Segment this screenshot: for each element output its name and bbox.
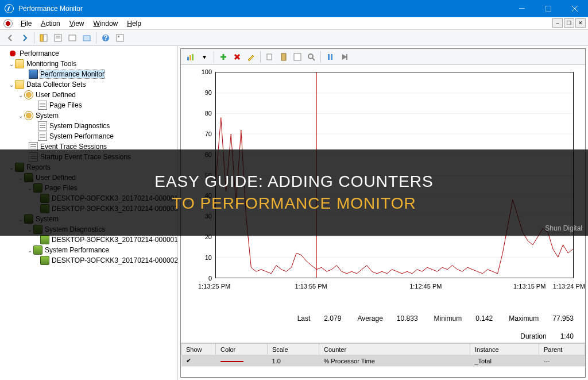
folder-icon (33, 183, 42, 193)
tree-perfmon[interactable]: Performance Monitor (40, 70, 105, 78)
tree-sys-perf[interactable]: System Performance (49, 132, 114, 140)
tree-dcs[interactable]: Data Collector Sets (26, 80, 86, 89)
tree-report-item[interactable]: DESKTOP-3OFCKK3_20170214-000002 (52, 256, 178, 264)
export-button[interactable] (65, 31, 79, 45)
y-tick: 60 (198, 151, 212, 158)
th-counter[interactable]: Counter (319, 344, 470, 355)
tree-r-user-defined[interactable]: User Defined (36, 174, 76, 182)
cell-color (216, 355, 268, 367)
mdi-restore[interactable]: ❐ (564, 18, 574, 28)
tree-root[interactable]: Performance (20, 49, 59, 57)
tree-startup-ets[interactable]: Startup Event Trace Sessions (40, 153, 131, 161)
tree-user-defined[interactable]: User Defined (36, 91, 76, 99)
minimize-button[interactable] (509, 0, 535, 17)
counter-row[interactable]: ✔ 1.0 % Processor Time _Total --- (181, 355, 585, 367)
menu-view[interactable]: View (65, 18, 89, 29)
th-instance[interactable]: Instance (470, 344, 539, 355)
svg-text:?: ? (103, 34, 107, 42)
mdi-minimize[interactable]: – (552, 18, 563, 28)
cell-instance: _Total (470, 355, 539, 367)
th-scale[interactable]: Scale (268, 344, 319, 355)
back-button[interactable] (3, 31, 17, 45)
collector-icon (38, 132, 47, 141)
properties-button[interactable] (51, 31, 65, 45)
y-tick: 40 (198, 192, 212, 199)
close-button[interactable] (562, 0, 588, 17)
tree-ets[interactable]: Event Trace Sessions (40, 143, 107, 151)
tree-r-page-files[interactable]: Page Files (45, 184, 78, 192)
chart-area[interactable]: 0102030405060708090100 1:13:25 PM1:13:55… (181, 65, 585, 307)
y-tick: 50 (198, 172, 212, 179)
paste-button[interactable] (277, 51, 290, 63)
arrow-down-icon[interactable]: ▾ (198, 51, 211, 63)
th-show[interactable]: Show (181, 344, 216, 355)
menu-file[interactable]: File (16, 18, 36, 29)
delete-counter-button[interactable] (231, 51, 243, 63)
copy-button[interactable] (264, 51, 276, 63)
nav-tree[interactable]: Performance ⌄Monitoring Tools Performanc… (0, 46, 178, 380)
highlight-button[interactable] (245, 51, 257, 63)
mmc-icon (3, 19, 13, 28)
view-type-button[interactable] (184, 51, 197, 63)
performance-icon (8, 49, 17, 58)
tree-system[interactable]: System (36, 112, 59, 120)
properties-button[interactable] (291, 51, 304, 63)
max-label: Maximum (509, 314, 539, 323)
sessions-icon (29, 152, 38, 162)
th-color[interactable]: Color (216, 344, 268, 355)
svg-rect-17 (192, 54, 194, 60)
dur-value: 1:40 (560, 332, 574, 340)
tree-r-sys-perf[interactable]: System Performance (45, 246, 109, 254)
chart-box (215, 72, 574, 278)
tree-sys-diag[interactable]: System Diagnostics (49, 122, 110, 130)
tree-r-system[interactable]: System (36, 215, 59, 223)
help-button[interactable]: ? (99, 31, 113, 45)
options-button[interactable] (113, 31, 127, 45)
add-counter-button[interactable] (217, 51, 230, 63)
svg-rect-10 (83, 36, 90, 41)
app-icon (5, 4, 14, 13)
svg-line-26 (312, 58, 315, 60)
counter-table[interactable]: Show Color Scale Counter Instance Parent… (181, 343, 585, 377)
show-tree-button[interactable] (37, 31, 51, 45)
folder-icon (15, 80, 24, 89)
collector-icon (38, 121, 47, 130)
window-button[interactable] (80, 31, 94, 45)
menu-window[interactable]: Window (89, 18, 123, 29)
tree-reports[interactable]: Reports (26, 163, 51, 171)
y-tick: 10 (198, 254, 212, 261)
svg-rect-28 (331, 54, 332, 60)
tree-page-files[interactable]: Page Files (49, 101, 82, 109)
mdi-controls: – ❐ ✕ (552, 18, 586, 28)
svg-rect-15 (187, 57, 189, 60)
x-tick: 1:12:45 PM (409, 283, 442, 290)
svg-rect-23 (281, 53, 286, 60)
svg-rect-9 (69, 35, 76, 41)
y-tick: 70 (198, 130, 212, 137)
tree-report-item[interactable]: DESKTOP-3OFCKK3_20170214-000001 (52, 236, 178, 244)
main-toolbar: ? (0, 30, 588, 46)
cell-show[interactable]: ✔ (181, 355, 216, 367)
th-parent[interactable]: Parent (539, 344, 585, 355)
zoom-button[interactable] (305, 51, 318, 63)
svg-rect-4 (40, 34, 43, 41)
update-button[interactable] (338, 51, 350, 63)
forward-button[interactable] (18, 31, 32, 45)
tree-r-sys-diag[interactable]: System Diagnostics (45, 225, 105, 233)
maximize-button[interactable] (535, 0, 562, 17)
tree-report-item[interactable]: DESKTOP-3OFCKK3_20170214-000001 (52, 194, 178, 202)
y-tick: 90 (198, 89, 212, 96)
menu-action[interactable]: Action (36, 18, 64, 29)
last-label: Last (297, 314, 311, 323)
tree-report-item[interactable]: DESKTOP-3OFCKK3_20170214-000003 (52, 205, 178, 213)
avg-value: 10.833 (397, 314, 418, 323)
menu-help[interactable]: Help (122, 18, 146, 29)
freeze-button[interactable] (324, 51, 336, 63)
tree-monitoring-tools[interactable]: Monitoring Tools (26, 60, 76, 68)
mdi-close[interactable]: ✕ (575, 18, 586, 28)
window-title: Performance Monitor (18, 5, 509, 13)
svg-rect-24 (294, 53, 301, 60)
report-icon (40, 235, 49, 244)
y-tick: 30 (198, 213, 212, 220)
x-tick: 1:13:24 PM (553, 283, 585, 290)
